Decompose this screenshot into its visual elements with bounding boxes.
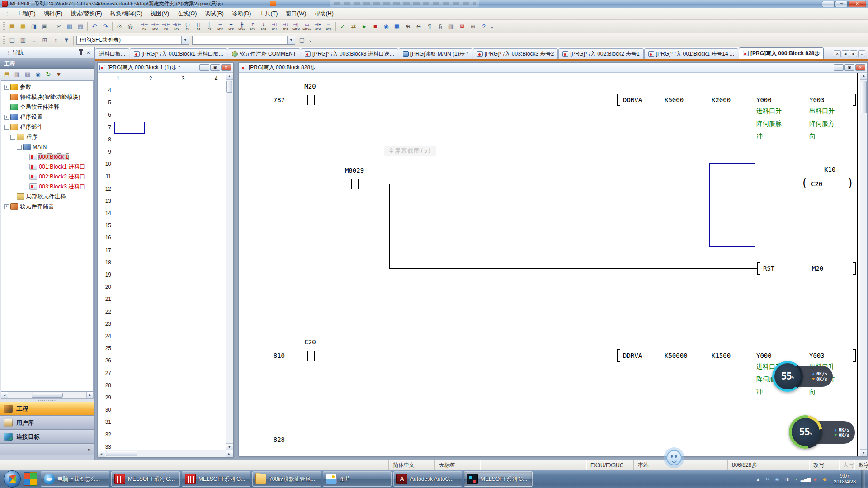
menu-item[interactable]: 帮助(H): [310, 8, 337, 19]
open-contact-icon[interactable]: ⊣⊢F5: [139, 21, 150, 32]
redo-icon[interactable]: ↷: [100, 21, 111, 32]
menu-item[interactable]: 窗口(W): [282, 8, 310, 19]
grid-view-icon[interactable]: ⊞: [39, 35, 50, 46]
find-in-document-icon[interactable]: ▢: [297, 35, 307, 46]
document-tab[interactable]: [PRG]写入 000:Block 828步: [739, 47, 824, 59]
menu-item[interactable]: 编辑(E): [40, 8, 67, 19]
device-display-icon[interactable]: ▥: [446, 21, 457, 32]
save-icon[interactable]: ◨: [28, 21, 39, 32]
start-button[interactable]: [4, 470, 21, 488]
taskbar-button[interactable]: MELSOFT系列 G...: [182, 471, 250, 487]
watch-icon[interactable]: ◉: [381, 21, 392, 32]
falling-pulse-icon[interactable]: ↧sF8: [258, 21, 269, 32]
refresh-view-icon[interactable]: ↻: [43, 70, 53, 80]
ladder-canvas[interactable]: 787 M20 DDRVA K5000 K2000 Y000 Y003: [239, 73, 867, 456]
scroll-right-icon[interactable]: ►: [226, 450, 233, 457]
menu-item[interactable]: 搜索/替换(F): [66, 8, 106, 19]
delete-icon[interactable]: ⊠: [457, 21, 467, 32]
display-filter-icon[interactable]: ▼: [61, 35, 72, 46]
document-tab[interactable]: [PRG]写入 003:Block3 进料口送...: [301, 48, 398, 59]
child-minimize-button[interactable]: —: [834, 64, 844, 71]
tree-item[interactable]: 全局软元件注释: [1, 102, 93, 112]
taskbar-button[interactable]: MELSOFT系列 G...: [464, 471, 533, 487]
dock-chevron[interactable]: »: [0, 444, 94, 455]
scroll-right-icon[interactable]: ►: [86, 392, 93, 398]
scroll-thumb[interactable]: [106, 451, 137, 456]
scroll-thumb[interactable]: [226, 81, 232, 93]
print-icon[interactable]: ▣: [39, 21, 50, 32]
dock-resize-grip[interactable]: •••••••••: [0, 399, 94, 402]
document-tab[interactable]: [PRG]写入 002:Block2 步号1: [558, 48, 643, 59]
menu-item[interactable]: 工程(P): [13, 8, 40, 19]
scroll-down-icon[interactable]: ▼: [860, 449, 867, 456]
menu-item[interactable]: 转换/编译(C): [106, 8, 146, 19]
options-icon[interactable]: ⊛: [467, 21, 478, 32]
vertical-line-icon[interactable]: │F9: [204, 21, 215, 32]
falling-pulse-branch-icon[interactable]: ⊣↓aF8: [280, 21, 291, 32]
invert-result-icon[interactable]: ⊣∣caF5: [291, 21, 302, 32]
update-icon[interactable]: ◆: [821, 474, 829, 484]
child-close-button[interactable]: ✕: [855, 64, 865, 71]
tree-item[interactable]: 000:Block 1: [1, 152, 93, 162]
scroll-up-icon[interactable]: ▲: [860, 73, 867, 80]
media-player-icon[interactable]: ■: [811, 474, 819, 484]
new-project-icon[interactable]: ▤: [7, 21, 18, 32]
find-replace-icon[interactable]: ◎: [125, 21, 136, 32]
statement-display-icon[interactable]: §: [435, 21, 446, 32]
parallel-closed-contact-icon[interactable]: ⊣/⊢sF6: [171, 21, 182, 32]
scroll-left-icon[interactable]: ◄: [98, 450, 105, 457]
tree-expander-icon[interactable]: +: [4, 85, 9, 90]
menu-item[interactable]: 视图(V): [146, 8, 174, 19]
find-icon[interactable]: ⊙: [114, 21, 125, 32]
tree-item[interactable]: 003:Block3 进料口: [1, 182, 93, 192]
ladder-grid[interactable]: ▲ ▼ ◄ ► 12344567891011121314151617181920…: [98, 73, 233, 457]
menu-item[interactable]: 调试(B): [201, 8, 228, 19]
new-data-icon[interactable]: ▤: [2, 70, 12, 80]
combo-arrow-icon[interactable]: ▼: [287, 36, 295, 44]
tree-item[interactable]: 002:Block2 进料口: [1, 172, 93, 182]
child-restore-button[interactable]: ▣: [844, 64, 854, 71]
tree-item[interactable]: -程序部件: [1, 122, 93, 132]
child-window-titlebar[interactable]: [PRG]写入 000:Block 1 (1)步 * — ▣ ✕: [98, 63, 233, 73]
document-tab[interactable]: 软元件注释 COMMENT: [228, 48, 300, 59]
help-icon[interactable]: ?: [478, 21, 489, 32]
show-desktop-button[interactable]: [861, 470, 865, 488]
scroll-tabs-right-icon[interactable]: ►: [850, 50, 857, 57]
comment-display-icon[interactable]: ¶: [424, 21, 435, 32]
document-tab[interactable]: [PRG]读取 MAIN (1)步 *: [399, 48, 472, 59]
sort-order-icon[interactable]: ↕: [50, 35, 61, 46]
outline-view-icon[interactable]: ≡: [28, 35, 39, 46]
cut-icon[interactable]: ✂: [53, 21, 64, 32]
taskbar-button[interactable]: AAutodesk AutoC...: [393, 471, 462, 487]
ladder-vscrollbar[interactable]: ▲ ▼: [860, 73, 867, 456]
document-tab[interactable]: [PRG]写入 003:Block3 步号2: [473, 48, 558, 59]
device-batch-icon[interactable]: ▦: [392, 21, 402, 32]
close-dock-icon[interactable]: ✕: [85, 49, 92, 56]
left-editor-vscrollbar[interactable]: ▲ ▼: [226, 73, 233, 450]
tree-item[interactable]: 特殊模块(智能功能模块): [1, 92, 93, 102]
edge-relay-icon[interactable]: ⊣PaF5: [312, 21, 323, 32]
copy-data-icon[interactable]: ▥: [12, 70, 22, 80]
application-instruction-icon[interactable]: [ ]F8: [193, 21, 204, 32]
rising-pulse-branch-icon[interactable]: ⊣↑aF7: [269, 21, 280, 32]
screenshot-tool-icon[interactable]: [664, 447, 684, 468]
toolbar-overflow-icon[interactable]: ⌄: [308, 38, 312, 42]
paste-icon[interactable]: ▧: [75, 21, 86, 32]
tab-list-icon[interactable]: ≡: [858, 50, 865, 57]
scroll-down-icon[interactable]: ▼: [226, 443, 233, 450]
tree-item[interactable]: 局部软元件注释: [1, 192, 93, 202]
network-speed-widget[interactable]: ▲0K/s ▼0K/s 55%: [772, 361, 849, 393]
scroll-left-icon[interactable]: ◄: [1, 392, 8, 398]
combo-arrow-icon[interactable]: ▼: [181, 36, 189, 44]
taskbar-button[interactable]: 708经济款油管尾...: [252, 471, 321, 487]
scroll-tabs-left-icon[interactable]: ◄: [842, 50, 849, 57]
tree-expander-icon[interactable]: +: [4, 204, 9, 209]
scroll-up-icon[interactable]: ▲: [226, 73, 233, 80]
data-property-icon[interactable]: ◉: [33, 70, 43, 80]
function-block-list-icon[interactable]: ▦: [18, 35, 28, 46]
tree-item[interactable]: -程序: [1, 132, 93, 142]
branch-line-icon[interactable]: ═aF9: [323, 21, 334, 32]
close-tab-icon[interactable]: ✕: [834, 50, 841, 57]
open-project-icon[interactable]: ▦: [18, 21, 28, 32]
parallel-contact-icon[interactable]: ⊣⊢sF5: [150, 21, 160, 32]
